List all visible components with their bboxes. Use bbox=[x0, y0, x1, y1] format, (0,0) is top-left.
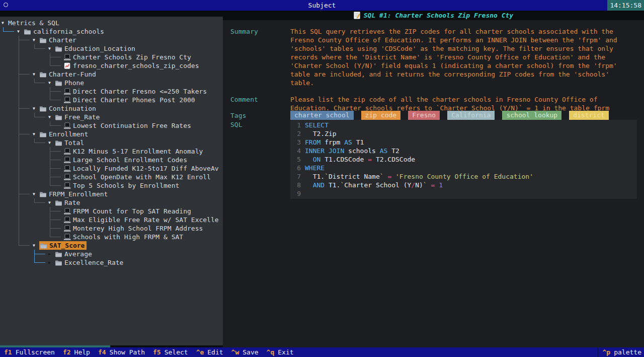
folder-icon bbox=[55, 139, 62, 147]
sql-code-editor[interactable]: 1SELECT2 T2.Zip3FROM frpm AS T14INNER JO… bbox=[290, 120, 637, 199]
shortcut-label: Exit bbox=[278, 348, 293, 356]
tree-guide bbox=[17, 207, 32, 216]
footer-shortcut-show-path[interactable]: f4Show Path bbox=[98, 348, 145, 356]
tree-item[interactable]: Schools with High FRPM & SAT bbox=[0, 233, 223, 241]
folder-icon bbox=[39, 71, 47, 78]
tree-item[interactable]: ▼Free_Rate bbox=[0, 113, 223, 121]
tree-item-label: california_schools bbox=[33, 28, 104, 35]
footer-shortcut-select[interactable]: f5Select bbox=[153, 348, 188, 356]
tree-guide bbox=[32, 207, 48, 216]
footer-shortcut-help[interactable]: f2Help bbox=[63, 348, 90, 356]
tree-guide bbox=[17, 61, 32, 70]
tree-guide bbox=[32, 164, 48, 173]
tree-item[interactable]: ▼Phone bbox=[0, 79, 223, 87]
tree-guide bbox=[48, 87, 63, 96]
expanded-arrow-icon[interactable]: ▼ bbox=[32, 132, 39, 136]
tag-badge: California bbox=[447, 111, 495, 120]
tree-guide bbox=[1, 258, 17, 267]
expanded-arrow-icon[interactable]: ▼ bbox=[32, 106, 39, 111]
tree-item-label: Top 5 Schools by Enrollment bbox=[73, 182, 179, 189]
collapsed-arrow-icon[interactable]: ▶ bbox=[48, 252, 55, 256]
tree-guide bbox=[17, 190, 32, 198]
folder-icon bbox=[55, 114, 62, 121]
memo-icon bbox=[354, 12, 360, 19]
code-line: 8 AND T1.`Charter School (Y/N)` = 1 bbox=[290, 181, 637, 189]
tree-item[interactable]: ▼california_schools bbox=[0, 27, 223, 36]
line-number: 9 bbox=[290, 189, 301, 198]
tree-guide bbox=[1, 27, 17, 36]
laptop-icon bbox=[63, 208, 71, 215]
collapsed-arrow-icon[interactable]: ▶ bbox=[48, 260, 55, 265]
laptop-icon bbox=[63, 122, 71, 129]
palette-shortcut[interactable]: ^p palette bbox=[598, 347, 641, 357]
tree-item[interactable]: ▼FRPM_Enrollment bbox=[0, 190, 223, 198]
tree-item[interactable]: Top 5 Schools by Enrollment bbox=[0, 181, 223, 190]
footer-shortcut-fullscreen[interactable]: f1Fullscreen bbox=[4, 348, 55, 356]
metrics-tree-pane: ▼Metrics & SQL▼california_schools▼Charte… bbox=[0, 17, 223, 345]
tree-guide bbox=[32, 156, 48, 164]
expanded-arrow-icon[interactable]: ▼ bbox=[17, 29, 24, 34]
code-line: 3FROM frpm AS T1 bbox=[290, 138, 637, 147]
shortcut-key: f5 bbox=[153, 348, 161, 356]
expanded-arrow-icon[interactable]: ▼ bbox=[48, 200, 55, 205]
tree-item[interactable]: ▼Charter bbox=[0, 36, 223, 44]
tree-item[interactable]: ▼SAT_Score bbox=[0, 241, 223, 250]
footer-shortcut-save[interactable]: ^wSave bbox=[231, 348, 259, 356]
tree-item-label: Direct Charter Fresno <=250 Takers bbox=[73, 88, 207, 95]
code-text: T2.Zip bbox=[305, 129, 337, 138]
tree-item[interactable]: FRPM Count for Top SAT Reading bbox=[0, 207, 223, 216]
selected-tree-item[interactable]: SAT_Score bbox=[39, 241, 87, 250]
tree-item[interactable]: ▼Enrollment bbox=[0, 130, 223, 138]
tree-item-label: School OpenDate with Max K12 Enroll bbox=[73, 173, 211, 181]
tree-item[interactable]: ▼Rate bbox=[0, 198, 223, 207]
tree-item[interactable]: ▼Continuation bbox=[0, 104, 223, 113]
comment-label: Comment bbox=[230, 95, 258, 104]
tree-item[interactable]: fresno_charter_schools_zip_codes bbox=[0, 61, 223, 70]
code-line: 6WHERE bbox=[290, 164, 637, 172]
tree-item[interactable]: Charter Schools Zip Fresno Cty bbox=[0, 53, 223, 61]
tree-item[interactable]: Max Eligible Free Rate w/ SAT Excelle bbox=[0, 216, 223, 224]
line-number: 2 bbox=[290, 129, 301, 138]
expanded-arrow-icon[interactable]: ▼ bbox=[1, 21, 8, 25]
laptop-icon bbox=[63, 234, 71, 241]
tree-item[interactable]: ▶Excellence_Rate bbox=[0, 258, 223, 267]
folder-icon bbox=[39, 191, 47, 198]
footer-shortcut-edit[interactable]: ^eEdit bbox=[196, 348, 223, 356]
tree-guide bbox=[48, 96, 63, 104]
tree-item[interactable]: Monterey High School FRPM Address bbox=[0, 224, 223, 233]
tree-item[interactable]: K12 Minus 5-17 Enrollment Anomaly bbox=[0, 147, 223, 156]
tree-guide bbox=[32, 113, 48, 121]
tree-item-label: Total bbox=[64, 139, 84, 147]
expanded-arrow-icon[interactable]: ▼ bbox=[32, 192, 39, 196]
tree-item[interactable]: Lowest Continuation Free Rates bbox=[0, 121, 223, 130]
expanded-arrow-icon[interactable]: ▼ bbox=[48, 46, 55, 51]
tree-item[interactable]: ▼Education_Location bbox=[0, 44, 223, 53]
laptop-icon bbox=[63, 165, 71, 172]
expanded-arrow-icon[interactable]: ▼ bbox=[48, 140, 55, 145]
tree-guide bbox=[17, 104, 32, 113]
expanded-arrow-icon[interactable]: ▼ bbox=[32, 72, 39, 77]
tree-guide bbox=[1, 216, 17, 224]
footer-shortcut-exit[interactable]: ^qExit bbox=[267, 348, 294, 356]
tree-item[interactable]: ▼Charter-Fund bbox=[0, 70, 223, 79]
code-text: FROM frpm AS T1 bbox=[305, 138, 364, 147]
code-line: 5 ON T1.CDSCode = T2.CDSCode bbox=[290, 155, 637, 164]
tree-item[interactable]: Direct Charter Fresno <=250 Takers bbox=[0, 87, 223, 96]
tree-item[interactable]: Locally Funded K12-5to17 Diff AboveAv bbox=[0, 164, 223, 173]
expanded-arrow-icon[interactable]: ▼ bbox=[48, 115, 55, 119]
folder-icon bbox=[55, 251, 62, 258]
tree-item[interactable]: ▼Total bbox=[0, 138, 223, 147]
expanded-arrow-icon[interactable]: ▼ bbox=[48, 81, 55, 85]
expanded-arrow-icon[interactable]: ▼ bbox=[32, 243, 39, 248]
shortcut-key: f2 bbox=[63, 348, 71, 356]
tree-item[interactable]: ▼Metrics & SQL bbox=[0, 19, 223, 27]
tree-item[interactable]: ▶Average bbox=[0, 250, 223, 258]
folder-icon bbox=[55, 199, 62, 206]
shortcut-label: Show Path bbox=[110, 348, 145, 356]
tree-item-label: Enrollment bbox=[49, 130, 88, 138]
tree-item[interactable]: Large School Enrollment Codes bbox=[0, 156, 223, 164]
expanded-arrow-icon[interactable]: ▼ bbox=[32, 38, 39, 42]
tree-item[interactable]: Direct Charter Phones Post 2000 bbox=[0, 96, 223, 104]
code-text: T1.`District Name` = 'Fresno County Offi… bbox=[305, 172, 533, 181]
tree-item[interactable]: School OpenDate with Max K12 Enroll bbox=[0, 173, 223, 181]
